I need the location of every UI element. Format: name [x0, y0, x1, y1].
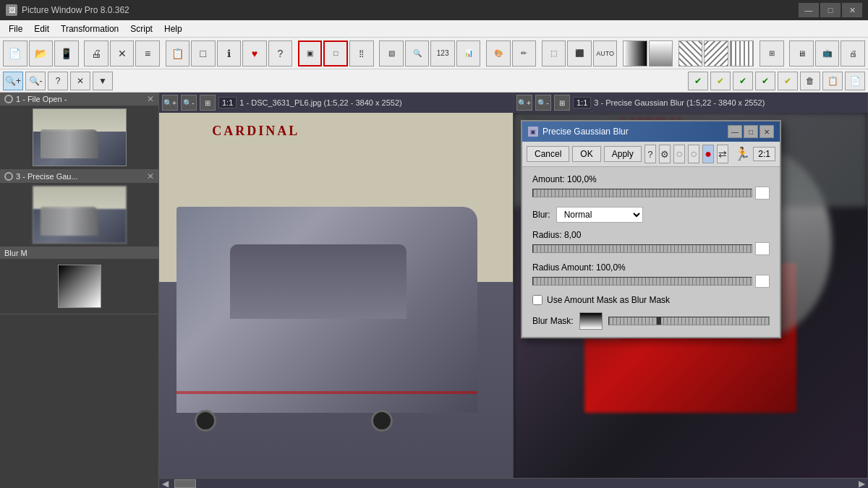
- radius-amount-slider-wrapper: [532, 275, 770, 288]
- dialog-minimize[interactable]: —: [728, 125, 742, 138]
- dialog-maximize[interactable]: □: [744, 125, 758, 138]
- dialog-title-bar[interactable]: ▣ Precise Gaussian Blur — □ ✕: [522, 121, 780, 142]
- close-button[interactable]: ✕: [842, 3, 862, 17]
- tb2-close[interactable]: ✕: [70, 72, 90, 90]
- tb-help[interactable]: ?: [268, 40, 293, 67]
- sidebar-panel-header-2: 3 - Precise Gau... ✕: [0, 170, 158, 183]
- tb-hist[interactable]: 📊: [456, 40, 481, 67]
- runner-icon[interactable]: 🏃: [734, 146, 750, 162]
- tb-grid2[interactable]: ⊞: [760, 40, 784, 67]
- viewer-2-content: 24 CARDINAL: [514, 113, 867, 488]
- amount-track[interactable]: [532, 189, 752, 197]
- tb-zoom-fit[interactable]: 🔍: [405, 40, 430, 67]
- tb-hatch1[interactable]: [678, 40, 703, 67]
- tb-rect2[interactable]: □: [323, 40, 348, 67]
- tb2-check3[interactable]: ✔: [755, 72, 775, 90]
- tb-list[interactable]: ≡: [135, 40, 160, 67]
- dialog-title-left: ▣ Precise Gaussian Blur: [528, 127, 629, 137]
- tb-rect1[interactable]: ▣: [298, 40, 323, 67]
- apply-button[interactable]: Apply: [604, 146, 642, 162]
- tb-new[interactable]: 📄: [3, 40, 27, 67]
- tb-split2[interactable]: ⬛: [567, 40, 592, 67]
- tb-heart[interactable]: ♥: [242, 40, 267, 67]
- tb-hatch2[interactable]: [704, 40, 728, 67]
- tb-copy[interactable]: 📋: [166, 40, 190, 67]
- maximize-button[interactable]: □: [820, 3, 841, 17]
- shape-circle3[interactable]: ●: [702, 145, 714, 163]
- tb-bw1[interactable]: [623, 40, 647, 67]
- window-controls: — □ ✕: [799, 3, 862, 17]
- tb-close[interactable]: ✕: [110, 40, 135, 67]
- ok-button[interactable]: OK: [572, 146, 600, 162]
- viewer-1-fit[interactable]: ⊞: [200, 95, 216, 111]
- cancel-button[interactable]: Cancel: [527, 146, 569, 162]
- radius-slider[interactable]: [532, 244, 752, 253]
- dialog-close[interactable]: ✕: [760, 125, 774, 138]
- blur-mask-slider-wrapper: [608, 317, 770, 325]
- shape-circle1[interactable]: ○: [673, 145, 685, 163]
- tb2-check-green[interactable]: ✔: [688, 72, 708, 90]
- tb2-check4[interactable]: ✔: [778, 72, 798, 90]
- tb-auto[interactable]: AUTO: [593, 40, 618, 67]
- viewer-2-fit[interactable]: ⊞: [554, 95, 570, 111]
- tb2-zoom-in[interactable]: 🔍+: [3, 72, 23, 90]
- sidebar-panel-blur-m: Blur M: [0, 247, 158, 314]
- tb-monitor1[interactable]: 🖥: [789, 40, 814, 67]
- menu-file[interactable]: File: [3, 22, 28, 35]
- tb-print[interactable]: 🖨: [84, 40, 109, 67]
- tb-123[interactable]: 123: [430, 40, 455, 67]
- minimize-button[interactable]: —: [799, 3, 819, 17]
- viewer-1-image: CARDINAL: [159, 113, 513, 488]
- panel-1-close[interactable]: ✕: [147, 94, 154, 104]
- radius-track[interactable]: [532, 244, 752, 253]
- tb-info[interactable]: ℹ: [217, 40, 242, 67]
- viewer-1-zoom-in[interactable]: 🔍+: [162, 95, 178, 111]
- radius-amount-slider[interactable]: [532, 277, 752, 286]
- menu-edit[interactable]: Edit: [28, 22, 55, 35]
- tb2-check2[interactable]: ✔: [733, 72, 753, 90]
- scroll-thumb[interactable]: [174, 479, 196, 488]
- help-button[interactable]: ?: [644, 145, 656, 163]
- tb2-delete[interactable]: 🗑: [800, 72, 820, 90]
- tb-printer2[interactable]: 🖨: [841, 40, 865, 67]
- blur-mask-thumbnail: [579, 312, 603, 330]
- use-amount-mask-label: Use Amount Mask as Blur Mask: [547, 295, 670, 305]
- tb2-help[interactable]: ?: [48, 72, 68, 90]
- tb-new2[interactable]: □: [191, 40, 216, 67]
- tb-grid[interactable]: ⣿: [349, 40, 374, 67]
- viewer-1-zoom-out[interactable]: 🔍-: [181, 95, 197, 111]
- amount-slider[interactable]: [532, 189, 752, 197]
- radius-amount-track[interactable]: [532, 277, 752, 286]
- tb-monitor2[interactable]: 📺: [815, 40, 840, 67]
- use-amount-mask-checkbox[interactable]: [532, 295, 542, 305]
- tb-channel[interactable]: ▧: [379, 40, 404, 67]
- menu-help[interactable]: Help: [158, 22, 188, 35]
- viewer-2-zoom-in[interactable]: 🔍+: [516, 95, 532, 111]
- panel-2-close[interactable]: ✕: [147, 171, 154, 181]
- viewer-2-zoom-out[interactable]: 🔍-: [535, 95, 551, 111]
- tb2-zoom-out[interactable]: 🔍-: [25, 72, 46, 90]
- panel-1-thumbnail: [33, 108, 127, 166]
- tb2-check-yellow[interactable]: ✔: [710, 72, 731, 90]
- menu-transformation[interactable]: Transformation: [55, 22, 124, 35]
- tb2-dropdown[interactable]: ▼: [93, 72, 113, 90]
- tb-sd[interactable]: 📱: [54, 40, 79, 67]
- tb2-copy2[interactable]: 📋: [822, 72, 843, 90]
- tb-hatch3[interactable]: [730, 40, 754, 67]
- tb-split[interactable]: ⬚: [542, 40, 566, 67]
- tb-bw2[interactable]: [649, 40, 673, 67]
- settings-button[interactable]: ⚙: [659, 145, 671, 163]
- tb-brush[interactable]: ✏: [512, 40, 537, 67]
- tb2-extra[interactable]: 📄: [845, 72, 865, 90]
- blur-mask-track[interactable]: [608, 317, 770, 325]
- tb-open[interactable]: 📂: [29, 40, 54, 67]
- scroll-left[interactable]: ◀: [159, 479, 171, 489]
- menu-script[interactable]: Script: [124, 22, 158, 35]
- shape-circle2[interactable]: ○: [688, 145, 699, 163]
- blur-mask-slider[interactable]: [608, 317, 770, 325]
- building-sign-1: CARDINAL: [212, 124, 299, 139]
- blur-mask-row: Blur Mask:: [532, 312, 770, 330]
- blur-select[interactable]: Normal Gaussian Soft Hard: [556, 207, 643, 223]
- shape-arrows[interactable]: ⇄: [717, 145, 728, 163]
- tb-color1[interactable]: 🎨: [486, 40, 511, 67]
